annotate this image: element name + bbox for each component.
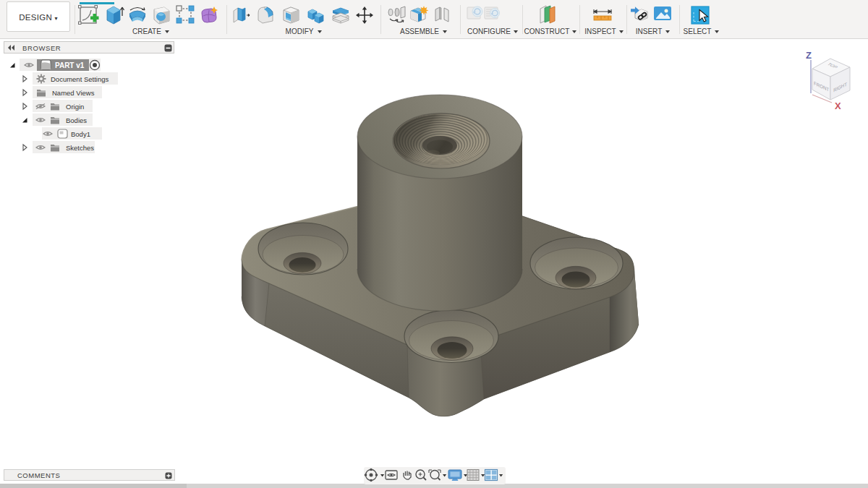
svg-text:CONFIGURE: CONFIGURE bbox=[467, 27, 511, 35]
svg-text:CREATE: CREATE bbox=[132, 27, 161, 35]
svg-text:Named Views: Named Views bbox=[52, 89, 95, 97]
svg-text:Body1: Body1 bbox=[71, 130, 90, 138]
svg-text:CONSTRUCT: CONSTRUCT bbox=[524, 27, 570, 35]
svg-text:Sketches: Sketches bbox=[66, 144, 94, 152]
svg-text:Bodies: Bodies bbox=[66, 116, 87, 124]
svg-text:INSPECT: INSPECT bbox=[584, 27, 616, 35]
svg-text:ASSEMBLE: ASSEMBLE bbox=[400, 27, 439, 35]
svg-text:MODIFY: MODIFY bbox=[286, 27, 314, 35]
svg-text:Z: Z bbox=[806, 50, 812, 61]
svg-text:Document Settings: Document Settings bbox=[51, 75, 109, 83]
svg-text:PART v1: PART v1 bbox=[55, 61, 85, 69]
svg-text:SELECT: SELECT bbox=[684, 27, 712, 35]
svg-text:Origin: Origin bbox=[66, 103, 84, 111]
svg-text:X: X bbox=[835, 100, 841, 111]
svg-text:INSERT: INSERT bbox=[636, 27, 663, 35]
